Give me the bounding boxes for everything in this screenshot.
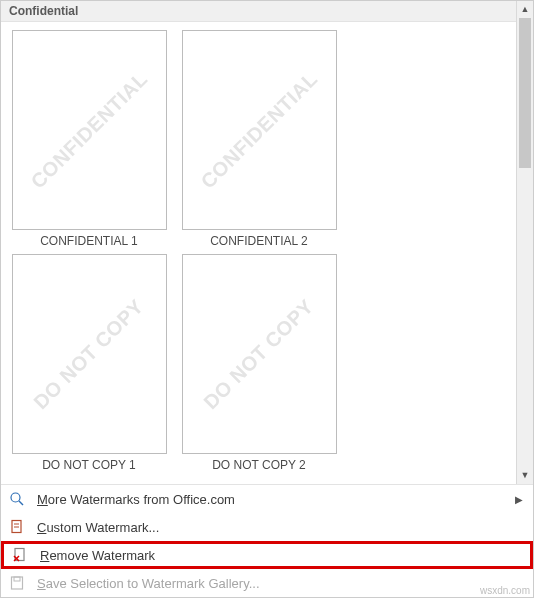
- watermark-option-confidential-2[interactable]: CONFIDENTIAL CONFIDENTIAL 2: [179, 30, 339, 248]
- gallery-wrapper: Confidential CONFIDENTIAL CONFIDENTIAL 1…: [1, 1, 533, 484]
- svg-line-1: [19, 501, 23, 505]
- menu-save-selection: Save Selection to Watermark Gallery...: [1, 569, 533, 597]
- document-icon: [7, 517, 27, 537]
- submenu-arrow-icon: ▶: [515, 494, 523, 505]
- document-remove-icon: [10, 545, 30, 565]
- watermark-gallery: Confidential CONFIDENTIAL CONFIDENTIAL 1…: [1, 1, 516, 484]
- watermark-preview: CONFIDENTIAL: [12, 30, 167, 230]
- scroll-up-button[interactable]: ▲: [518, 1, 533, 18]
- menu-label: Remove Watermark: [40, 548, 524, 563]
- watermark-caption: DO NOT COPY 1: [9, 458, 169, 472]
- attribution-text: wsxdn.com: [480, 585, 530, 596]
- scroll-track[interactable]: [517, 18, 533, 467]
- watermark-option-do-not-copy-2[interactable]: DO NOT COPY DO NOT COPY 2: [179, 254, 339, 472]
- save-gallery-icon: [7, 573, 27, 593]
- watermark-caption: CONFIDENTIAL 1: [9, 234, 169, 248]
- scroll-thumb[interactable]: [519, 18, 531, 168]
- scrollbar-vertical[interactable]: ▲ ▼: [516, 1, 533, 484]
- watermark-text: DO NOT COPY: [199, 294, 318, 413]
- menu-more-watermarks[interactable]: More Watermarks from Office.com ▶: [1, 485, 533, 513]
- svg-point-0: [11, 493, 20, 502]
- globe-search-icon: [7, 489, 27, 509]
- watermark-text: DO NOT COPY: [29, 294, 148, 413]
- section-header-confidential: Confidential: [1, 1, 516, 22]
- menu-remove-watermark[interactable]: Remove Watermark: [1, 541, 533, 569]
- menu-label: More Watermarks from Office.com: [37, 492, 515, 507]
- svg-rect-8: [12, 577, 23, 589]
- watermark-caption: CONFIDENTIAL 2: [179, 234, 339, 248]
- watermark-caption: DO NOT COPY 2: [179, 458, 339, 472]
- watermark-menu: More Watermarks from Office.com ▶ Custom…: [1, 484, 533, 597]
- watermark-option-do-not-copy-1[interactable]: DO NOT COPY DO NOT COPY 1: [9, 254, 169, 472]
- menu-label: Save Selection to Watermark Gallery...: [37, 576, 527, 591]
- watermark-preview: CONFIDENTIAL: [182, 30, 337, 230]
- menu-label: Custom Watermark...: [37, 520, 527, 535]
- watermark-preview: DO NOT COPY: [182, 254, 337, 454]
- watermark-option-confidential-1[interactable]: CONFIDENTIAL CONFIDENTIAL 1: [9, 30, 169, 248]
- watermark-text: CONFIDENTIAL: [196, 67, 322, 193]
- watermark-text: CONFIDENTIAL: [26, 67, 152, 193]
- scroll-down-button[interactable]: ▼: [518, 467, 533, 484]
- thumbnail-grid: CONFIDENTIAL CONFIDENTIAL 1 CONFIDENTIAL…: [1, 22, 516, 482]
- watermark-preview: DO NOT COPY: [12, 254, 167, 454]
- menu-custom-watermark[interactable]: Custom Watermark...: [1, 513, 533, 541]
